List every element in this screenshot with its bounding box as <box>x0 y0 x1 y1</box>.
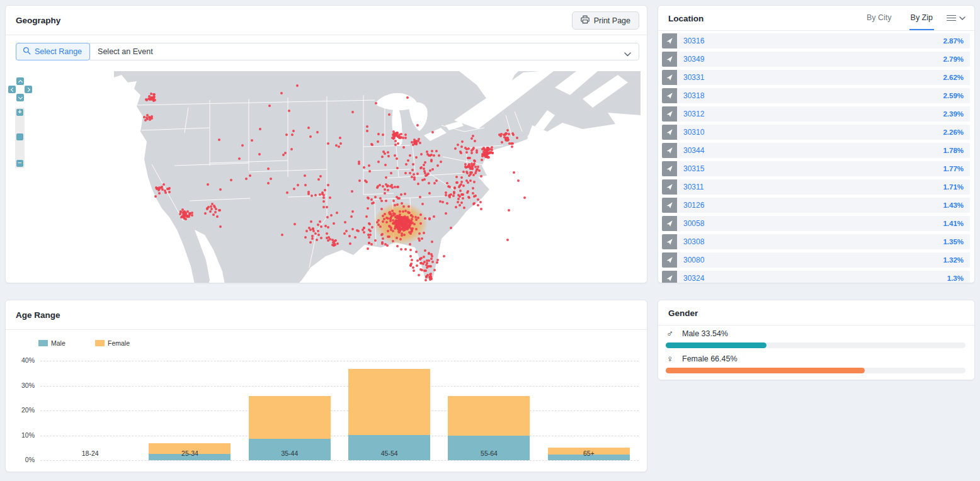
map-filter-row: Select Range Select an Event <box>16 43 639 60</box>
zip-link[interactable]: 30318 <box>683 91 704 100</box>
map-marker <box>212 213 215 216</box>
list-item[interactable]: 303122.39% <box>662 106 970 122</box>
list-item[interactable]: 303312.62% <box>662 70 970 85</box>
map-marker <box>369 230 372 232</box>
zip-link[interactable]: 30312 <box>683 110 704 118</box>
location-menu-button[interactable] <box>947 6 966 30</box>
event-select[interactable]: Select an Event <box>89 43 639 60</box>
map-marker <box>417 217 419 219</box>
male-progress-fill <box>666 342 766 348</box>
map-marker <box>419 196 421 198</box>
map-marker <box>472 187 474 190</box>
map-marker <box>428 192 431 195</box>
map-marker <box>379 197 382 200</box>
zip-link[interactable]: 30126 <box>683 201 704 210</box>
map-marker <box>416 173 419 175</box>
tab-by-zip[interactable]: By Zip <box>909 6 934 30</box>
map-marker <box>400 133 402 135</box>
map-marker <box>462 184 465 187</box>
zoom-in-button[interactable]: + <box>16 109 23 116</box>
list-item[interactable]: 303081.35% <box>662 234 970 249</box>
map-marker <box>356 229 358 232</box>
zip-percent: 2.79% <box>943 55 964 63</box>
pan-down-button[interactable] <box>16 94 24 101</box>
map-marker <box>435 150 438 152</box>
map-marker <box>415 251 418 253</box>
map-marker <box>387 230 389 232</box>
map-marker <box>416 124 419 127</box>
map-marker <box>467 181 469 184</box>
female-icon: ♀ <box>666 353 673 364</box>
map-marker <box>396 245 399 247</box>
list-item[interactable]: 303151.77% <box>662 161 970 176</box>
list-item[interactable]: 301261.43% <box>662 198 970 213</box>
zip-link[interactable]: 30310 <box>683 128 704 137</box>
map-marker <box>428 182 430 184</box>
map-marker <box>384 192 386 195</box>
map-marker <box>185 218 187 220</box>
zip-link[interactable]: 30311 <box>683 183 704 191</box>
map-marker <box>414 216 417 218</box>
female-bar-segment[interactable] <box>448 396 530 436</box>
list-item[interactable]: 303182.59% <box>662 88 970 103</box>
map-marker <box>517 179 520 182</box>
pan-up-button[interactable] <box>16 77 24 85</box>
list-item[interactable]: 303492.79% <box>662 52 970 67</box>
zip-link[interactable]: 30315 <box>683 164 704 173</box>
zip-percent: 1.78% <box>943 147 964 154</box>
navigate-icon <box>662 252 677 268</box>
map-marker <box>409 232 412 235</box>
list-item[interactable]: 300801.32% <box>662 252 970 268</box>
map-marker <box>343 232 346 235</box>
select-range-button[interactable]: Select Range <box>16 43 90 60</box>
list-item[interactable]: 300581.41% <box>662 216 970 231</box>
map-marker <box>446 182 448 184</box>
map-marker <box>168 187 171 190</box>
list-item[interactable]: 303241.3% <box>662 271 970 283</box>
map-zoom-slider[interactable]: + − <box>15 108 25 168</box>
zip-link[interactable]: 30308 <box>683 237 704 246</box>
list-item[interactable]: 303441.78% <box>662 143 970 158</box>
x-axis-category-label: 35-44 <box>240 450 339 457</box>
event-select-value: Select an Event <box>98 47 153 56</box>
map-marker <box>407 205 410 208</box>
zip-link[interactable]: 30331 <box>683 73 704 82</box>
us-map[interactable] <box>114 71 641 283</box>
map-marker <box>411 218 413 220</box>
pan-left-button[interactable] <box>8 86 16 93</box>
map-marker <box>380 208 383 210</box>
zoom-out-button[interactable]: − <box>16 160 23 167</box>
map-marker <box>445 191 447 194</box>
map-marker <box>384 188 386 191</box>
map-marker <box>365 181 368 183</box>
map-marker <box>206 208 208 210</box>
zip-link[interactable]: 30349 <box>683 55 704 64</box>
print-page-button[interactable]: Print Page <box>572 11 639 30</box>
geography-title: Geography <box>16 16 60 25</box>
zip-link[interactable]: 30080 <box>683 256 704 264</box>
female-bar-segment[interactable] <box>249 396 331 439</box>
zip-percent: 2.87% <box>943 37 964 45</box>
map-marker <box>413 223 416 225</box>
map-marker <box>164 190 166 192</box>
map-marker <box>380 200 383 202</box>
zip-link[interactable]: 30344 <box>683 146 704 155</box>
zip-link[interactable]: 30316 <box>683 37 704 45</box>
map-marker <box>375 102 377 105</box>
bar-group-25-34: 25-34 <box>140 361 239 460</box>
map-marker <box>404 172 407 174</box>
map-marker <box>311 237 314 240</box>
female-bar-segment[interactable] <box>348 369 430 435</box>
zip-link[interactable]: 30058 <box>683 219 704 228</box>
list-item[interactable]: 303162.87% <box>662 33 970 48</box>
pan-right-button[interactable] <box>25 86 32 93</box>
zoom-slider-handle[interactable] <box>16 133 23 140</box>
list-item[interactable]: 303111.71% <box>662 179 970 195</box>
map-marker <box>411 169 414 171</box>
zip-link[interactable]: 30324 <box>683 274 704 283</box>
list-item[interactable]: 303102.26% <box>662 125 970 140</box>
map-marker <box>431 150 433 152</box>
map-marker <box>508 209 510 212</box>
map-marker <box>333 222 335 225</box>
tab-by-city[interactable]: By City <box>865 6 893 30</box>
